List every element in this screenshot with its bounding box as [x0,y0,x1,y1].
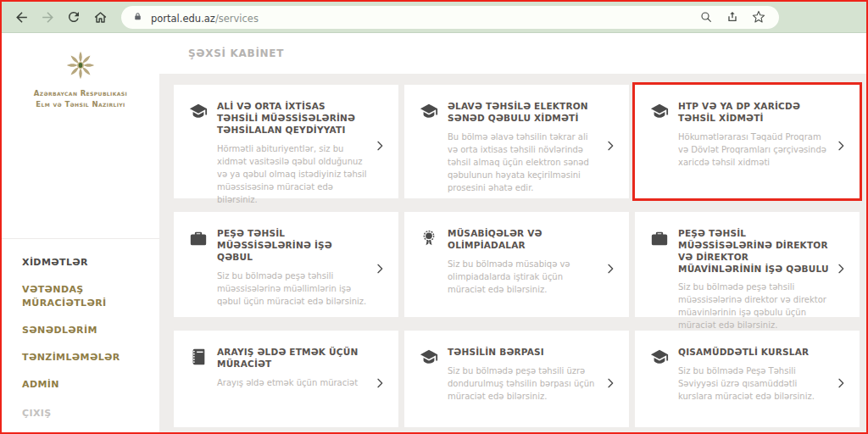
lock-icon[interactable] [132,9,143,25]
service-description: Siz bu bölmədə müsabiqə və olimpiadalard… [448,258,598,296]
sidebar-item-cixis[interactable]: ÇIXIŞ [2,400,159,427]
ministry-logo: Azərbaycan Respublikası Elm və Təhsil Na… [2,50,159,110]
services-content: ALİ VƏ ORTA İXTİSAS TƏHSİLİ MÜƏSSİSƏLƏRİ… [159,74,866,432]
chevron-right-icon[interactable] [602,101,619,190]
ministry-name-line2: Elm və Təhsil Nazirliyi [2,99,159,110]
service-description: Hörmətli abituriyentlər, siz bu xidmət v… [217,142,368,206]
sidebar-menu: XİDMƏTLƏR VƏTƏNDAŞ MÜRACİƏTLƏRİ SƏNƏDLƏR… [2,239,159,432]
graduation-cap-icon [650,101,678,190]
reload-icon[interactable] [64,8,83,26]
service-card-ali-ve-orta[interactable]: ALİ VƏ ORTA İXTİSAS TƏHSİLİ MÜƏSSİSƏLƏRİ… [174,85,398,198]
app-body: Azərbaycan Respublikası Elm və Təhsil Na… [2,33,866,432]
services-grid: ALİ VƏ ORTA İXTİSAS TƏHSİLİ MÜƏSSİSƏLƏRİ… [174,85,860,427]
graduation-cap-icon [420,347,448,419]
service-title: ALİ VƏ ORTA İXTİSAS TƏHSİLİ MÜƏSSİSƏLƏRİ… [217,101,368,136]
service-card-qisamuddetli-kurslar[interactable]: QISAMÜDDƏTLİ KURSLAR Siz bu bölmədə Peşə… [635,331,860,427]
sidebar-item-tenzimlemeler[interactable]: TƏNZİMLƏMƏLƏR [2,344,159,371]
service-description: Siz bu bölmədə Peşə Təhsili Səviyyəsi üz… [678,364,829,403]
forward-icon[interactable] [38,8,57,26]
notebook-icon [189,347,217,419]
service-title: HTP VƏ YA DP XARİCDƏ TƏHSİL XİDMƏTİ [678,101,829,125]
service-title: ARAYIŞ ƏLDƏ ETMƏK ÜÇÜN MÜRACİƏT [217,347,368,370]
sidebar-item-vetendas-muracietleri[interactable]: VƏTƏNDAŞ MÜRACİƏTLƏRİ [2,276,159,317]
service-card-elave-tehsil[interactable]: ƏLAVƏ TƏHSİLƏ ELEKTRON SƏNƏD QƏBULU XİDM… [404,85,629,198]
chevron-right-icon[interactable] [602,347,619,419]
share-icon[interactable] [723,8,742,26]
sidebar-spacer [2,110,159,238]
home-icon[interactable] [91,8,109,26]
service-description: Siz bu bölmədə peşə təhsili müəssisələri… [678,281,829,331]
sidebar-item-admin[interactable]: ADMİN [2,371,159,398]
sidebar-item-senedlerim[interactable]: SƏNƏDLƏRİM [2,317,159,344]
bookmark-star-icon[interactable] [749,8,768,26]
service-card-direktor-qebulu[interactable]: PEŞƏ TƏHSİL MÜƏSSİSƏLƏRİNƏ DİREKTOR VƏ D… [635,212,860,317]
service-title: MÜSABİQƏLƏR VƏ OLİMPİADALAR [448,228,598,252]
service-title: QISAMÜDDƏTLİ KURSLAR [678,347,829,359]
service-description: Bu bölmə əlavə təhsilin təkrar ali və or… [448,131,598,194]
service-title: ƏLAVƏ TƏHSİLƏ ELEKTRON SƏNƏD QƏBULU XİDM… [448,101,598,125]
service-card-htp-dp-xaricde-tehsil[interactable]: HTP VƏ YA DP XARİCDƏ TƏHSİL XİDMƏTİ Höku… [635,85,860,198]
service-description: Arayış əldə etmək üçün müraciət [217,376,368,389]
sidebar-item-xidmetler[interactable]: XİDMƏTLƏR [2,249,159,276]
service-description: Siz bu bölmədə peşə təhsili üzrə donduru… [448,364,598,403]
url-text[interactable]: portal.edu.az/services [151,9,259,25]
browser-window: portal.edu.az/services [0,0,868,434]
service-description: Siz bu bölmədə peşə təhsili müəssisələri… [217,270,368,308]
chevron-right-icon[interactable] [602,228,619,309]
url-path: /services [215,13,259,25]
graduation-cap-icon [650,347,678,419]
ministry-name-line1: Azərbaycan Respublikası [2,88,159,99]
main-area: ŞƏXSİ KABİNET ALİ VƏ ORTA İXTİSAS TƏHSİL… [159,33,866,432]
chevron-right-icon[interactable] [371,101,388,190]
chevron-right-icon[interactable] [832,101,849,190]
chevron-right-icon[interactable] [371,347,388,419]
ministry-emblem-icon [65,68,96,84]
medal-icon [420,228,448,309]
briefcase-icon [189,228,217,309]
service-card-ise-qebul[interactable]: PEŞƏ TƏHSİL MÜƏSSİSƏLƏRİNƏ İŞƏ QƏBUL Siz… [174,212,398,317]
address-bar[interactable]: portal.edu.az/services [121,6,779,29]
zoom-icon[interactable] [697,8,715,26]
service-title: PEŞƏ TƏHSİL MÜƏSSİSƏLƏRİNƏ İŞƏ QƏBUL [217,228,368,264]
page-header: ŞƏXSİ KABİNET [159,33,866,74]
service-description: Hökumətlərarası Təqaüd Proqram və Dövlət… [678,131,829,169]
back-icon[interactable] [12,8,31,26]
chevron-right-icon[interactable] [832,347,849,419]
graduation-cap-icon [189,101,217,190]
briefcase-icon [650,228,678,309]
sidebar: Azərbaycan Respublikası Elm və Təhsil Na… [2,33,159,432]
url-host: portal.edu.az [151,13,215,25]
graduation-cap-icon [420,101,448,190]
page-title: ŞƏXSİ KABİNET [188,47,284,59]
service-card-musabiqeler[interactable]: MÜSABİQƏLƏR VƏ OLİMPİADALAR Siz bu bölmə… [404,212,629,317]
service-card-tehsilin-berpasi[interactable]: TƏHSİLİN BƏRPASI Siz bu bölmədə peşə təh… [404,331,629,427]
service-title: TƏHSİLİN BƏRPASI [448,347,598,359]
service-title: PEŞƏ TƏHSİL MÜƏSSİSƏLƏRİNƏ DİREKTOR VƏ D… [678,228,829,275]
chevron-right-icon[interactable] [371,228,388,309]
chevron-right-icon[interactable] [832,228,849,309]
browser-toolbar: portal.edu.az/services [2,2,866,33]
service-card-arayis[interactable]: ARAYIŞ ƏLDƏ ETMƏK ÜÇÜN MÜRACİƏT Arayış ə… [174,331,398,427]
